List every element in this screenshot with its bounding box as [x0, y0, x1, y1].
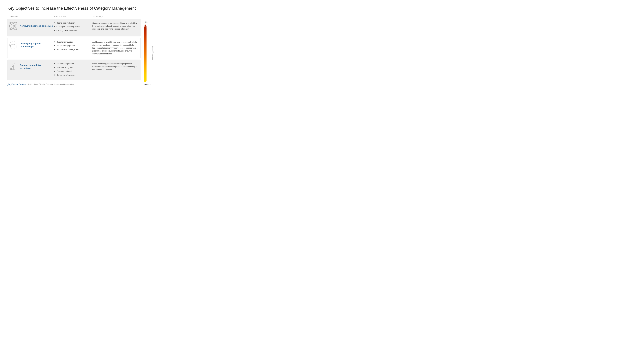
objective-cell-1: $ Achieving business objectives — [9, 22, 54, 30]
focus-item: Supplier risk management — [54, 48, 90, 51]
focus-text: Closing capability gaps — [56, 29, 77, 32]
focus-text: Procurement agility — [56, 70, 74, 73]
focus-text: Enable ESG goals — [56, 66, 72, 69]
svg-text:☆: ☆ — [12, 64, 13, 66]
col-header-focus: Focus areas — [54, 15, 92, 18]
priority-scale: High Increasing priority Medium — [140, 15, 154, 86]
focus-text: Digital transformation — [56, 74, 75, 76]
bullet-icon — [54, 26, 55, 27]
bullet-icon — [54, 42, 55, 42]
objective-title-2: Leveraging supplier relationships — [20, 42, 53, 48]
focus-cell-2: Supplier innovation Supplier engagement … — [54, 41, 92, 52]
svg-rect-5 — [10, 68, 12, 70]
focus-item: Supplier engagement — [54, 44, 90, 47]
takeaway-cell-1: Category managers are expected to drive … — [92, 22, 139, 30]
bullet-icon — [54, 74, 55, 76]
focus-text: Supplier innovation — [56, 41, 73, 44]
priority-high-label: High — [145, 21, 149, 23]
priority-arrow-icon — [144, 24, 147, 26]
focus-text: Cost optimization by value — [56, 25, 80, 28]
reg-symbol: ® — [26, 84, 26, 85]
focus-text: Spend cost reduction — [56, 22, 75, 24]
takeaway-cell-2: Amid economic volatility and increasing … — [92, 41, 139, 56]
focus-cell-1: Spend cost reduction Cost optimization b… — [54, 22, 92, 33]
footer: Everest Group® Setting Up an Effective C… — [7, 83, 140, 86]
focus-cell-3: Talent management Enable ESG goals Procu… — [54, 62, 92, 78]
focus-item: Talent management — [54, 62, 90, 65]
table-row: ☆ ★ ☆ Gaining competitive advantage Tale… — [7, 60, 140, 80]
brand-name: Everest Group — [12, 83, 24, 85]
bullet-icon — [54, 30, 55, 31]
col-header-objective: Objective — [9, 15, 54, 18]
objective-cell-3: ☆ ★ ☆ Gaining competitive advantage — [9, 62, 54, 71]
priority-side-label: Increasing priority — [152, 46, 154, 60]
focus-item: Digital transformation — [54, 74, 90, 76]
focus-text: Supplier risk management — [56, 48, 80, 51]
chevron-logo-icon — [7, 83, 10, 86]
bullet-icon — [54, 71, 55, 72]
priority-medium-label: Medium — [144, 83, 150, 86]
focus-item: Enable ESG goals — [54, 66, 90, 69]
focus-item: Spend cost reduction — [54, 22, 90, 24]
svg-rect-6 — [12, 66, 13, 70]
table-row: $ Achieving business objectives Spend co… — [7, 19, 140, 36]
target-dollar-icon: $ — [9, 22, 18, 30]
main-table: Objective Focus areas Takeaways $ — [7, 15, 140, 86]
footer-text: Setting Up an Effective Category Managem… — [28, 83, 74, 85]
col-header-takeaways: Takeaways — [92, 15, 139, 18]
bullet-icon — [54, 22, 55, 24]
column-headers: Objective Focus areas Takeaways — [7, 15, 140, 19]
svg-rect-7 — [14, 65, 15, 70]
bullet-icon — [54, 63, 55, 64]
bullet-icon — [54, 45, 55, 46]
priority-gradient-bar — [144, 26, 146, 82]
objective-title-1: Achieving business objectives — [20, 24, 53, 28]
everest-group-logo: Everest Group® — [7, 83, 26, 86]
objective-cell-2: Leveraging supplier relationships — [9, 41, 54, 50]
bullet-icon — [54, 67, 55, 68]
focus-item: Cost optimization by value — [54, 25, 90, 28]
focus-item: Closing capability gaps — [54, 29, 90, 32]
bullet-icon — [54, 49, 55, 50]
objective-title-3: Gaining competitive advantage — [20, 64, 53, 70]
takeaway-cell-3: While technology adoption is driving sig… — [92, 62, 139, 71]
focus-item: Supplier innovation — [54, 41, 90, 44]
svg-text:★: ★ — [14, 63, 15, 65]
page-title: Key Objectives to Increase the Effective… — [7, 6, 154, 11]
focus-text: Supplier engagement — [56, 44, 75, 47]
handshake-icon — [9, 41, 18, 50]
svg-text:$: $ — [13, 25, 14, 27]
svg-text:☆: ☆ — [10, 65, 11, 67]
table-row: Leveraging supplier relationships Suppli… — [7, 38, 140, 58]
chart-stars-icon: ☆ ★ ☆ — [9, 62, 18, 71]
focus-item: Procurement agility — [54, 70, 90, 73]
focus-text: Talent management — [56, 62, 74, 65]
